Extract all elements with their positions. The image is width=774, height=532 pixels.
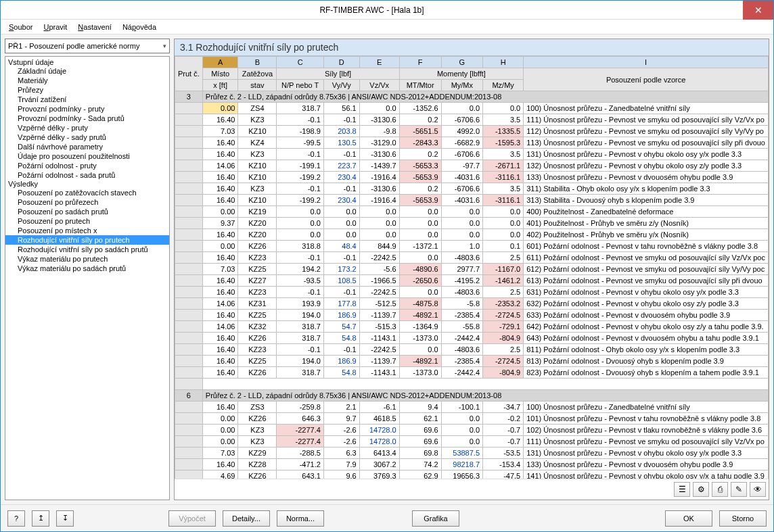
tree-item[interactable]: Průřezy	[5, 85, 169, 95]
tool-edit-icon[interactable]: ✎	[731, 482, 747, 497]
close-button[interactable]: ✕	[743, 1, 773, 20]
window-title: RF-TIMBER AWC - [Hala 1b]	[1, 5, 743, 15]
right-panel: 3.1 Rozhodující vnitřní síly po prutech …	[174, 39, 769, 500]
tree-item[interactable]: Další návrhové parametry	[5, 142, 169, 151]
menubar: Soubor Upravit Nastavení Nápověda	[1, 20, 773, 34]
titlebar: RF-TIMBER AWC - [Hala 1b] ✕	[1, 1, 773, 20]
tree-item[interactable]: Trvání zatížení	[5, 95, 169, 104]
left-panel: PŘ1 - Posouzení podle americké normy ▾ V…	[5, 39, 170, 500]
tree-item[interactable]: Vzpěrné délky - sady prutů	[5, 132, 169, 142]
norma-button[interactable]: Norma...	[277, 510, 324, 527]
tree-item[interactable]: Posouzení po průřezech	[5, 197, 169, 207]
export-down-button[interactable]: ↧	[56, 510, 74, 527]
grid-toolbar: ☰ ⚙ ⎙ ✎ 👁	[175, 479, 769, 500]
storno-button[interactable]: Storno	[719, 510, 767, 527]
tool-print-icon[interactable]: ⎙	[712, 482, 728, 497]
panel-title: 3.1 Rozhodující vnitřní síly po prutech	[175, 39, 769, 56]
export-up-button[interactable]: ↥	[32, 510, 49, 527]
tree-item[interactable]: Základní údaje	[5, 66, 169, 76]
tree-group: Výsledky	[5, 180, 169, 188]
tree-item[interactable]: Posouzení po zatěžovacích stavech	[5, 188, 169, 197]
chevron-down-icon: ▾	[163, 43, 166, 49]
tree-item[interactable]: Požární odolnost - pruty	[5, 161, 169, 170]
tree-item[interactable]: Posouzení po prutech	[5, 216, 169, 226]
tree-item[interactable]: Výkaz materiálu po sadách prutů	[5, 264, 169, 273]
case-combo[interactable]: PŘ1 - Posouzení podle americké normy ▾	[5, 39, 170, 53]
tree-item[interactable]: Rozhodující vnitřní síly po prutech	[5, 235, 169, 245]
tool-settings-icon[interactable]: ⚙	[693, 482, 709, 497]
footer: ? ↥ ↧ Výpočet Detaily... Norma... Grafik…	[1, 504, 773, 531]
tree-item[interactable]: Posouzení po sadách prutů	[5, 207, 169, 216]
tree-item[interactable]: Výkaz materiálu po prutech	[5, 254, 169, 264]
detaily-button[interactable]: Detaily...	[223, 510, 270, 527]
tree-item[interactable]: Požární odolnost - sada prutů	[5, 170, 169, 180]
result-grid[interactable]: Prut č.ABCDEFGHIMístoZatěžovaSíly [lbf]M…	[175, 56, 769, 479]
menu-upravit[interactable]: Upravit	[39, 22, 71, 32]
tree-group: Vstupní údaje	[5, 58, 169, 66]
grafika-button[interactable]: Grafika	[412, 510, 459, 527]
menu-soubor[interactable]: Soubor	[5, 22, 37, 32]
tree-item[interactable]: Vzpěrné délky - pruty	[5, 123, 169, 132]
tree-item[interactable]: Rozhodující vnitřní síly po sadách prutů	[5, 245, 169, 254]
help-button[interactable]: ?	[7, 510, 25, 527]
case-combo-value: PŘ1 - Posouzení podle americké normy	[8, 42, 139, 50]
tree-item[interactable]: Materiály	[5, 76, 169, 85]
menu-nastaveni[interactable]: Nastavení	[74, 22, 116, 32]
ok-button[interactable]: OK	[665, 510, 712, 527]
tool-sort-icon[interactable]: ☰	[674, 482, 690, 497]
tool-view-icon[interactable]: 👁	[750, 482, 766, 497]
tree-item[interactable]: Údaje pro posouzení použitelnosti	[5, 151, 169, 161]
nav-tree[interactable]: Vstupní údajeZákladní údajeMateriályPrůř…	[5, 56, 170, 500]
tree-item[interactable]: Posouzení po místech x	[5, 226, 169, 235]
tree-item[interactable]: Provozní podmínky - Sada prutů	[5, 114, 169, 123]
vypocet-button[interactable]: Výpočet	[168, 510, 216, 527]
tree-item[interactable]: Provozní podmínky - pruty	[5, 104, 169, 114]
menu-napoveda[interactable]: Nápověda	[118, 22, 160, 32]
body-area: PŘ1 - Posouzení podle americké normy ▾ V…	[1, 34, 773, 504]
app-window: RF-TIMBER AWC - [Hala 1b] ✕ Soubor Uprav…	[0, 0, 774, 532]
